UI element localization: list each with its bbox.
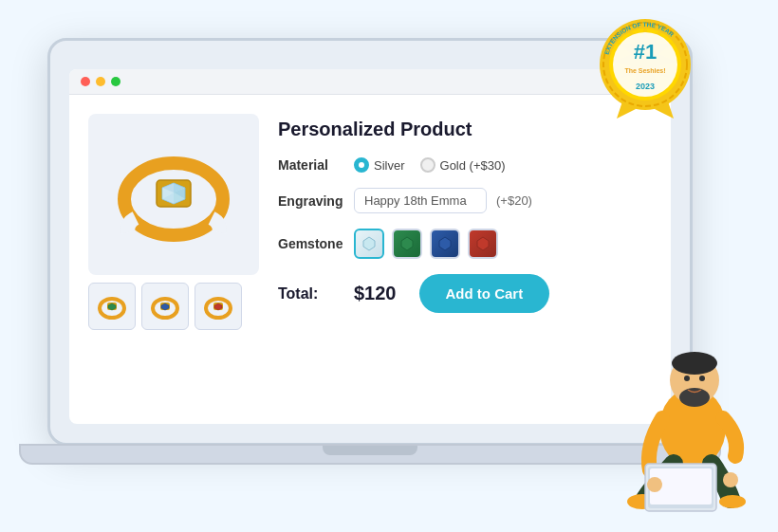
gem-ruby[interactable] — [468, 229, 498, 259]
svg-point-45 — [723, 472, 738, 487]
thumbnails — [88, 283, 259, 330]
radio-silver[interactable] — [354, 157, 369, 173]
total-label: Total: — [278, 285, 354, 303]
engraving-row: Engraving (+$20) — [278, 188, 652, 213]
svg-point-36 — [679, 388, 710, 407]
engraving-price: (+$20) — [496, 193, 532, 208]
gem-sapphire[interactable] — [430, 229, 460, 259]
engraving-input[interactable] — [354, 188, 487, 213]
svg-point-35 — [672, 352, 717, 375]
total-price: $120 — [354, 283, 397, 304]
thumb-2[interactable] — [141, 283, 189, 330]
svg-text:The Seshies!: The Seshies! — [624, 67, 665, 74]
add-to-cart-button[interactable]: Add to Cart — [419, 274, 550, 313]
svg-text:2023: 2023 — [636, 82, 655, 91]
laptop-notch — [323, 446, 417, 455]
svg-marker-19 — [401, 237, 413, 250]
material-label: Material — [278, 157, 354, 173]
material-row: Material Silver Gold (+$30) — [278, 157, 652, 173]
scene: Personalized Product Material Silver Gol… — [0, 0, 778, 532]
browser-bar — [69, 69, 671, 95]
svg-point-38 — [699, 376, 705, 381]
material-silver[interactable]: Silver — [354, 157, 405, 173]
engraving-content: (+$20) — [354, 188, 532, 213]
person-figure — [617, 323, 769, 513]
dot-red[interactable] — [81, 77, 90, 86]
dot-yellow[interactable] — [96, 77, 105, 86]
dot-green[interactable] — [111, 77, 120, 86]
image-section — [88, 114, 259, 400]
main-product-image — [88, 114, 259, 275]
svg-point-37 — [684, 376, 690, 381]
material-gold[interactable]: Gold (+$30) — [420, 157, 506, 173]
material-options: Silver Gold (+$30) — [354, 157, 506, 173]
details-section: Personalized Product Material Silver Gol… — [278, 114, 652, 400]
gemstone-row: Gemstone — [278, 229, 652, 259]
bracelet-svg — [107, 128, 240, 261]
radio-gold[interactable] — [420, 157, 435, 173]
gem-emerald[interactable] — [392, 229, 422, 259]
svg-marker-20 — [439, 237, 451, 250]
award-badge: #1 The Seshies! EXTENSION OF THE YEAR 20… — [593, 9, 697, 123]
svg-text:#1: #1 — [634, 40, 657, 64]
svg-point-44 — [647, 477, 662, 492]
svg-point-40 — [719, 495, 746, 508]
gemstone-swatches — [354, 229, 498, 259]
engraving-label: Engraving — [278, 193, 354, 209]
gold-label: Gold (+$30) — [440, 158, 506, 173]
svg-marker-21 — [477, 237, 489, 250]
thumb-3[interactable] — [194, 283, 242, 330]
thumb-1[interactable] — [88, 283, 136, 330]
gem-diamond[interactable] — [354, 229, 384, 259]
silver-label: Silver — [374, 158, 405, 173]
person-svg — [617, 323, 769, 513]
product-page: Personalized Product Material Silver Gol… — [69, 95, 671, 419]
award-svg: #1 The Seshies! EXTENSION OF THE YEAR 20… — [593, 9, 697, 123]
laptop-base — [19, 444, 721, 465]
laptop-screen: Personalized Product Material Silver Gol… — [69, 69, 671, 424]
gemstone-label: Gemstone — [278, 236, 354, 251]
svg-marker-18 — [363, 237, 375, 250]
total-row: Total: $120 Add to Cart — [278, 274, 652, 313]
